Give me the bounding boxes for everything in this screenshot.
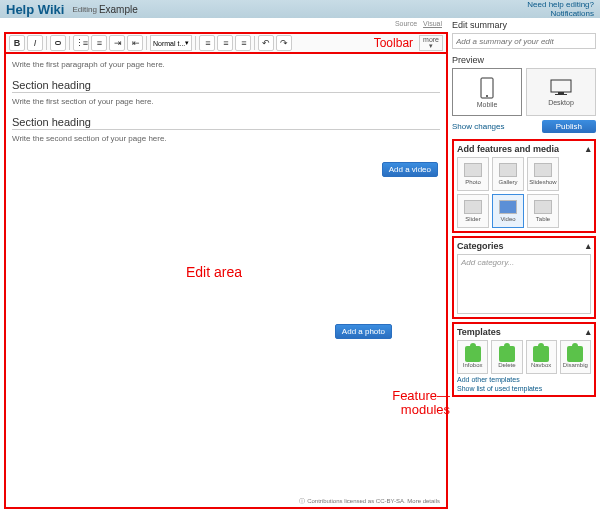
format-dropdown[interactable]: Normal t... ▾ xyxy=(150,35,192,51)
video-icon xyxy=(499,200,517,214)
section-heading-1[interactable]: Section heading xyxy=(12,79,440,93)
categories-title: Categories xyxy=(457,241,504,251)
align-center-button[interactable]: ≡ xyxy=(217,35,233,51)
mode-tabs: Source Visual xyxy=(391,20,442,27)
align-left-button[interactable]: ≡ xyxy=(199,35,215,51)
gallery-icon xyxy=(499,163,517,177)
feature-table[interactable]: Table xyxy=(527,194,559,228)
preview-title: Preview xyxy=(452,55,596,65)
align-right-button[interactable]: ≡ xyxy=(235,35,251,51)
template-disambig[interactable]: Disambig xyxy=(560,340,591,374)
template-delete[interactable]: Delete xyxy=(491,340,522,374)
publish-button[interactable]: Publish xyxy=(542,120,596,133)
preview-mobile[interactable]: Mobile xyxy=(452,68,522,116)
show-templates-link[interactable]: Show list of used templates xyxy=(457,385,591,392)
help-link[interactable]: Need help editing? xyxy=(527,0,594,9)
ul-button[interactable]: ⋮≡ xyxy=(73,35,89,51)
features-title: Add features and media xyxy=(457,144,559,154)
section-heading-2[interactable]: Section heading xyxy=(12,116,440,130)
visual-tab[interactable]: Visual xyxy=(423,20,442,27)
indent-button[interactable]: ⇥ xyxy=(109,35,125,51)
svg-rect-2 xyxy=(551,80,571,92)
section-1-text[interactable]: Write the first section of your page her… xyxy=(12,97,440,106)
puzzle-icon xyxy=(567,346,583,362)
collapse-icon[interactable]: ▴ xyxy=(586,241,591,251)
category-input[interactable]: Add category... xyxy=(457,254,591,314)
edit-area[interactable]: Write the first paragraph of your page h… xyxy=(4,54,448,509)
toolbar-annotation: Toolbar xyxy=(374,36,413,50)
svg-rect-4 xyxy=(555,94,567,95)
template-infobox[interactable]: Infobox xyxy=(457,340,488,374)
notifications-link[interactable]: Notifications xyxy=(527,9,594,18)
undo-button[interactable]: ↶ xyxy=(258,35,274,51)
categories-panel: Categories▴ Add category... xyxy=(452,236,596,319)
bold-button[interactable]: B xyxy=(9,35,25,51)
desktop-icon xyxy=(550,79,572,97)
add-photo-button[interactable]: Add a photo xyxy=(335,324,392,339)
table-icon xyxy=(534,200,552,214)
edit-area-annotation: Edit area xyxy=(186,264,242,280)
ol-button[interactable]: ≡ xyxy=(91,35,107,51)
svg-point-1 xyxy=(486,95,488,97)
puzzle-icon xyxy=(499,346,515,362)
feature-modules-annotation: Feature—modules xyxy=(392,389,450,417)
slider-icon xyxy=(464,200,482,214)
outdent-button[interactable]: ⇤ xyxy=(127,35,143,51)
link-button[interactable] xyxy=(50,35,66,51)
feature-slider[interactable]: Slider xyxy=(457,194,489,228)
section-2-text[interactable]: Write the second section of your page he… xyxy=(12,134,440,143)
license-footer: ⓘ Contributions licensed as CC-BY-SA. Mo… xyxy=(299,497,440,506)
feature-photo[interactable]: Photo xyxy=(457,157,489,191)
preview-desktop[interactable]: Desktop xyxy=(526,68,596,116)
templates-title: Templates xyxy=(457,327,501,337)
main-column: Source Visual B I ⋮≡ ≡ ⇥ ⇤ Normal t... ▾… xyxy=(0,18,450,513)
templates-panel: Templates▴ Infobox Delete Navbox Disambi… xyxy=(452,322,596,397)
editing-label: Editing xyxy=(72,5,96,14)
edit-summary-title: Edit summary xyxy=(452,20,596,30)
feature-slideshow[interactable]: Slideshow xyxy=(527,157,559,191)
edit-summary-input[interactable] xyxy=(452,33,596,49)
italic-button[interactable]: I xyxy=(27,35,43,51)
wiki-title: Help Wiki xyxy=(6,2,64,17)
slideshow-icon xyxy=(534,163,552,177)
feature-video[interactable]: Video xyxy=(492,194,524,228)
page-name: Example xyxy=(99,4,138,15)
puzzle-icon xyxy=(533,346,549,362)
svg-rect-3 xyxy=(558,92,564,94)
add-other-templates-link[interactable]: Add other templates xyxy=(457,376,591,383)
redo-button[interactable]: ↷ xyxy=(276,35,292,51)
photo-icon xyxy=(464,163,482,177)
collapse-icon[interactable]: ▴ xyxy=(586,144,591,154)
show-changes-link[interactable]: Show changes xyxy=(452,122,504,131)
sidebar: Edit summary Preview Mobile Desktop Show… xyxy=(450,18,600,513)
features-panel: Add features and media▴ Photo Gallery Sl… xyxy=(452,139,596,233)
feature-gallery[interactable]: Gallery xyxy=(492,157,524,191)
collapse-icon[interactable]: ▴ xyxy=(586,327,591,337)
toolbar: B I ⋮≡ ≡ ⇥ ⇤ Normal t... ▾ ≡ ≡ ≡ ↶ ↷ Too… xyxy=(4,32,448,54)
source-tab[interactable]: Source xyxy=(395,20,417,27)
puzzle-icon xyxy=(465,346,481,362)
more-button[interactable]: more▾ xyxy=(419,35,443,51)
header-right: Need help editing? Notifications xyxy=(527,0,594,18)
add-video-button[interactable]: Add a video xyxy=(382,162,438,177)
template-navbox[interactable]: Navbox xyxy=(526,340,557,374)
app-header: Help Wiki Editing Example Need help edit… xyxy=(0,0,600,18)
mobile-icon xyxy=(480,77,494,99)
intro-paragraph[interactable]: Write the first paragraph of your page h… xyxy=(12,60,440,69)
